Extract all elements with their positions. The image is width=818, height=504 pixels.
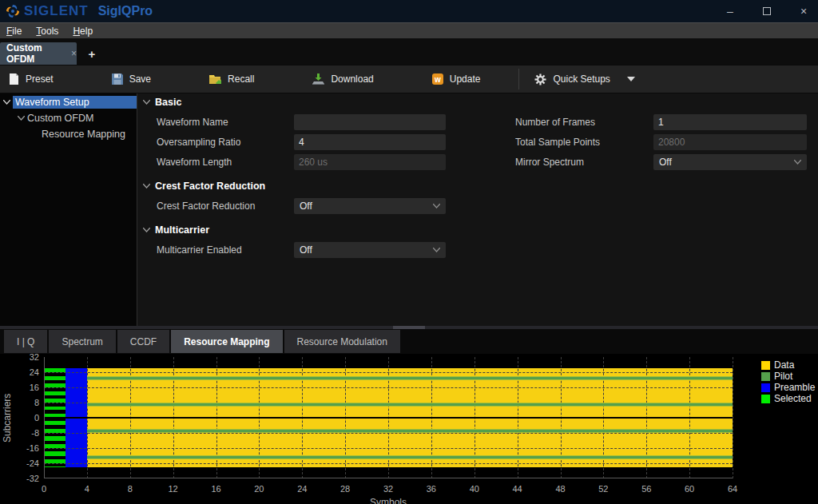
quick-setups-button[interactable]: Quick Setups	[526, 67, 642, 91]
menu-file[interactable]: File	[6, 26, 22, 37]
multicarrier-enabled-select[interactable]: Off	[294, 242, 446, 258]
section-multicarrier[interactable]: Multicarrier	[143, 224, 209, 236]
tree-item-waveform-setup[interactable]: Waveform Setup	[0, 95, 137, 109]
legend-item: Selected	[761, 393, 815, 404]
chevron-down-icon	[433, 204, 440, 208]
waveform-length-label: Waveform Length	[157, 154, 232, 170]
svg-text:w: w	[434, 75, 441, 84]
title-bar: SIGLENT SigIQPro – ×	[0, 0, 818, 22]
total-sample-points-label: Total Sample Points	[515, 134, 600, 150]
section-title: Multicarrier	[155, 224, 209, 236]
toolbar-separator	[518, 69, 519, 89]
tree-item-label: Waveform Setup	[13, 96, 137, 109]
chevron-down-icon	[143, 184, 150, 189]
legend-label: Preamble	[774, 382, 815, 393]
tab-spectrum[interactable]: Spectrum	[49, 330, 115, 353]
tab-label: Custom OFDM	[6, 42, 65, 65]
save-button[interactable]: Save	[103, 67, 159, 91]
y-tick-label: -8	[14, 428, 39, 438]
tab-iq[interactable]: I | Q	[4, 330, 47, 353]
crest-factor-reduction-label: Crest Factor Reduction	[157, 198, 255, 214]
resource-mapping-chart: 32241680-8-16-24-32048121620242832364044…	[0, 354, 818, 504]
y-tick-label: 16	[14, 383, 39, 392]
tab-resource-modulation[interactable]: Resource Modulation	[284, 330, 400, 353]
legend-label: Pilot	[774, 371, 792, 382]
axis-frame	[44, 357, 733, 478]
menu-help[interactable]: Help	[73, 26, 93, 37]
x-tick-label: 4	[75, 484, 99, 494]
workspace: Waveform Setup Custom OFDM Resource Mapp…	[0, 93, 818, 326]
folder-icon	[208, 73, 222, 85]
maximize-button[interactable]	[759, 5, 775, 18]
multicarrier-enabled-label: Multicarrier Enabled	[157, 242, 242, 258]
x-tick-label: 56	[634, 484, 658, 494]
close-button[interactable]: ×	[796, 5, 812, 18]
crest-factor-reduction-select[interactable]: Off	[294, 198, 446, 214]
waveform-name-label: Waveform Name	[157, 114, 228, 130]
menu-tools[interactable]: Tools	[36, 26, 58, 37]
download-button[interactable]: Download	[304, 67, 381, 91]
mirror-spectrum-select[interactable]: Off	[653, 154, 807, 170]
y-tick-label: 8	[14, 398, 39, 407]
legend-item: Pilot	[761, 371, 815, 382]
tree-item-label: Resource Mapping	[42, 129, 125, 140]
waveform-name-input[interactable]	[294, 114, 446, 130]
x-tick-label: 0	[32, 484, 56, 494]
brand-text: SIGLENT	[24, 3, 89, 19]
x-tick-label: 12	[161, 484, 185, 494]
toolbar: Preset Save Recall Download	[0, 65, 818, 93]
selected-value: Off	[300, 244, 312, 256]
grid-line-vertical	[733, 357, 733, 478]
tab-ccdf[interactable]: CCDF	[117, 330, 169, 353]
settings-panel: Basic Waveform Name Number of Frames Ove…	[138, 93, 818, 326]
y-tick-label: -16	[14, 443, 39, 453]
waveform-name-field[interactable]	[294, 114, 446, 130]
x-tick-label: 48	[549, 484, 573, 494]
x-axis-title: Symbols	[44, 497, 733, 504]
number-of-frames-field[interactable]	[653, 114, 807, 130]
update-button[interactable]: w Update	[423, 67, 489, 91]
x-tick-label: 8	[118, 484, 142, 494]
tree-item-resource-mapping[interactable]: Resource Mapping	[0, 127, 137, 141]
y-tick-label: 0	[14, 413, 39, 423]
waveform-length-input	[294, 154, 446, 170]
tree-item-custom-ofdm[interactable]: Custom OFDM	[0, 111, 137, 125]
x-tick-label: 40	[463, 484, 486, 494]
legend-swatch-selected	[761, 395, 770, 403]
update-icon: w	[431, 73, 444, 85]
number-of-frames-input[interactable]	[653, 114, 807, 130]
tab-custom-ofdm[interactable]: Custom OFDM ×	[0, 42, 77, 65]
minimize-button[interactable]: –	[722, 5, 738, 18]
siglent-logo-icon	[5, 3, 21, 19]
y-tick-label: -32	[14, 474, 39, 483]
add-tab-button[interactable]: +	[83, 42, 101, 65]
tab-close-icon[interactable]: ×	[71, 48, 77, 59]
chevron-down-icon[interactable]	[14, 116, 27, 121]
chevron-down-icon[interactable]	[627, 77, 635, 81]
y-tick-label: -24	[14, 458, 39, 468]
x-tick-label: 44	[506, 484, 530, 494]
legend-item: Data	[761, 359, 815, 371]
document-tab-bar: Custom OFDM × +	[0, 38, 818, 65]
quick-setups-label: Quick Setups	[553, 73, 610, 85]
floppy-icon	[111, 73, 124, 85]
section-title: Basic	[155, 97, 181, 108]
selected-value: Off	[300, 200, 312, 212]
total-sample-points-field	[653, 134, 807, 150]
preset-button[interactable]: Preset	[0, 67, 62, 91]
oversampling-ratio-field[interactable]	[294, 134, 446, 150]
chevron-down-icon[interactable]	[0, 100, 13, 105]
section-basic[interactable]: Basic	[143, 97, 181, 108]
oversampling-ratio-input[interactable]	[294, 134, 446, 150]
recall-button[interactable]: Recall	[201, 67, 262, 91]
legend-swatch-data	[761, 361, 770, 370]
tab-resource-mapping[interactable]: Resource Mapping	[171, 330, 282, 353]
recall-label: Recall	[228, 73, 254, 85]
y-tick-label: 24	[14, 367, 39, 377]
section-title: Crest Factor Reduction	[155, 181, 265, 192]
x-tick-label: 60	[677, 484, 701, 494]
waveform-length-field	[294, 154, 446, 170]
section-crest-factor-reduction[interactable]: Crest Factor Reduction	[143, 181, 265, 192]
gear-icon	[534, 73, 547, 86]
x-tick-label: 16	[204, 484, 228, 494]
